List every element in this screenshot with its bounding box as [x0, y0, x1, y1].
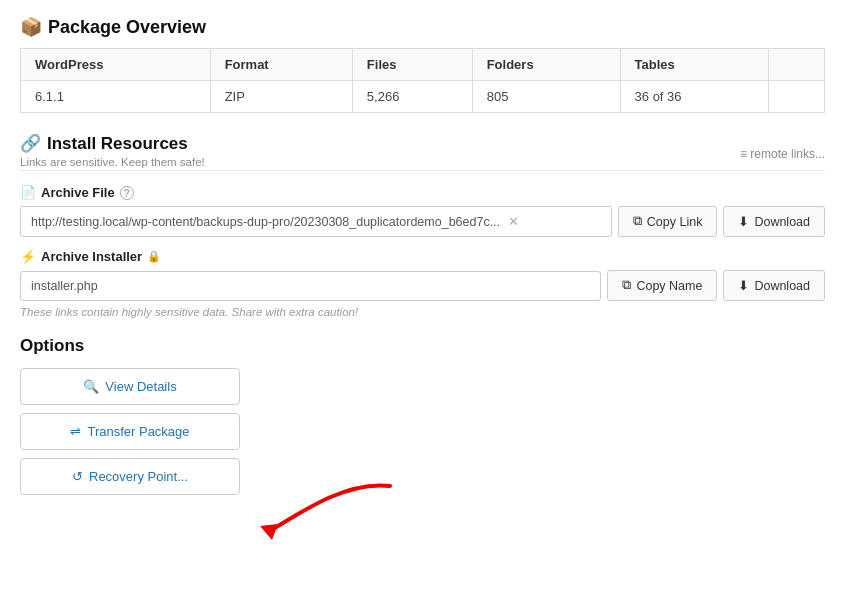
archive-installer-label: ⚡ Archive Installer 🔒	[20, 249, 825, 264]
val-wordpress: 6.1.1	[21, 81, 211, 113]
val-files: 5,266	[352, 81, 472, 113]
archive-installer-block: ⚡ Archive Installer 🔒 installer.php ⧉ Co…	[20, 249, 825, 318]
installer-file-row: installer.php ⧉ Copy Name ⬇ Download	[20, 270, 825, 301]
recovery-icon: ↺	[72, 469, 83, 484]
archive-file-url: http://testing.local/wp-content/backups-…	[31, 215, 500, 229]
view-details-icon: 🔍	[83, 379, 99, 394]
options-title: Options	[20, 336, 825, 356]
val-tables: 36 of 36	[620, 81, 768, 113]
options-section: Options 🔍 View Details ⇌ Transfer Packag…	[20, 336, 825, 495]
divider-1	[20, 170, 825, 171]
view-details-button[interactable]: 🔍 View Details	[20, 368, 240, 405]
copy-name-icon: ⧉	[622, 278, 631, 293]
install-resources-section: 🔗 Install Resources Links are sensitive.…	[20, 133, 825, 318]
copy-link-button[interactable]: ⧉ Copy Link	[618, 206, 718, 237]
val-format: ZIP	[210, 81, 352, 113]
archive-file-label: 📄 Archive File ?	[20, 185, 825, 200]
installer-download-button[interactable]: ⬇ Download	[723, 270, 825, 301]
overview-table: WordPress Format Files Folders Tables 6.…	[20, 48, 825, 113]
sensitive-note: These links contain highly sensitive dat…	[20, 306, 825, 318]
install-resources-title: 🔗 Install Resources	[20, 133, 825, 154]
package-overview-title: 📦 Package Overview	[20, 16, 825, 38]
remote-links-button[interactable]: ≡ remote links...	[740, 147, 825, 161]
col-header-extra	[768, 49, 824, 81]
link-icon: 🔗	[20, 133, 41, 154]
archive-file-input: http://testing.local/wp-content/backups-…	[20, 206, 612, 237]
col-header-files: Files	[352, 49, 472, 81]
options-buttons: 🔍 View Details ⇌ Transfer Package ↺ Reco…	[20, 368, 240, 495]
archive-file-block: 📄 Archive File ? http://testing.local/wp…	[20, 185, 825, 237]
recovery-point-button[interactable]: ↺ Recovery Point...	[20, 458, 240, 495]
transfer-icon: ⇌	[70, 424, 81, 439]
copy-name-button[interactable]: ⧉ Copy Name	[607, 270, 717, 301]
red-arrow-annotation	[230, 476, 410, 556]
install-resources-subtitle: Links are sensitive. Keep them safe!	[20, 156, 205, 168]
package-icon: 📦	[20, 16, 42, 38]
val-extra	[768, 81, 824, 113]
archive-download-icon: ⬇	[738, 214, 749, 229]
archive-file-help-icon[interactable]: ?	[120, 186, 134, 200]
col-header-wordpress: WordPress	[21, 49, 211, 81]
installer-file-input: installer.php	[20, 271, 601, 301]
bolt-icon: ⚡	[20, 249, 36, 264]
lock-icon: 🔒	[147, 250, 161, 263]
svg-marker-0	[260, 524, 278, 540]
archive-download-button[interactable]: ⬇ Download	[723, 206, 825, 237]
file-icon: 📄	[20, 185, 36, 200]
val-folders: 805	[472, 81, 620, 113]
archive-file-clear-icon[interactable]: ✕	[508, 214, 519, 229]
copy-link-icon: ⧉	[633, 214, 642, 229]
package-overview-section: 📦 Package Overview WordPress Format File…	[20, 16, 825, 113]
transfer-package-button[interactable]: ⇌ Transfer Package	[20, 413, 240, 450]
col-header-folders: Folders	[472, 49, 620, 81]
col-header-format: Format	[210, 49, 352, 81]
archive-file-row: http://testing.local/wp-content/backups-…	[20, 206, 825, 237]
installer-download-icon: ⬇	[738, 278, 749, 293]
col-header-tables: Tables	[620, 49, 768, 81]
installer-filename: installer.php	[31, 279, 98, 293]
